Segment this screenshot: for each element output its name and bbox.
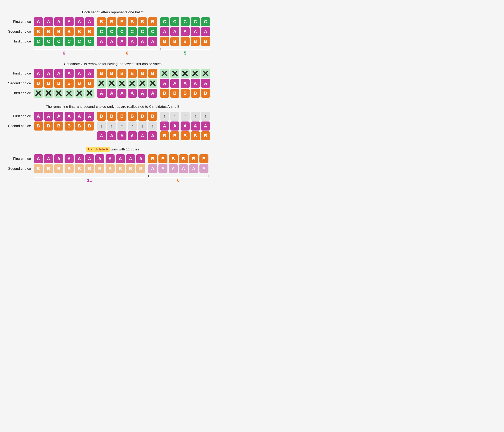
ballot-cell: A xyxy=(189,164,198,173)
ballot-cell: B xyxy=(191,37,200,46)
ballot-cell: B xyxy=(138,17,147,26)
ballot-cell: ↑ xyxy=(107,122,116,131)
ballot-group: AAAAAA xyxy=(148,164,208,173)
ballot-cell: A xyxy=(117,131,126,140)
ballot-cell: B xyxy=(170,89,179,98)
ballot-cell: A xyxy=(75,69,84,78)
ballot-cell: ↑ xyxy=(128,122,137,131)
ballot-cell: B xyxy=(95,164,104,173)
ballot-cell: A xyxy=(126,154,135,163)
ballot-cell: C xyxy=(34,37,43,46)
bracket-count: 11 xyxy=(87,178,92,183)
ballot-group: AAAAAA xyxy=(97,89,157,98)
ballot-cell: C xyxy=(107,27,116,36)
ballot-cell: B xyxy=(75,122,84,131)
ballot-cell: B xyxy=(54,164,63,173)
ballot-cell: C xyxy=(170,17,179,26)
ballot-cell xyxy=(85,89,94,98)
ballot-cell: A xyxy=(170,122,179,131)
ballot-cell: ↑ xyxy=(160,112,169,121)
ballot-cell: B xyxy=(169,154,178,163)
ballot-cell: A xyxy=(54,17,63,26)
ballot-cell: A xyxy=(34,17,43,26)
ballot-cell: B xyxy=(107,69,116,78)
ballot-cell: ↑ xyxy=(138,122,147,131)
ballot-cell: B xyxy=(85,122,94,131)
ballot-cell: A xyxy=(201,79,210,88)
ballot-cell: B xyxy=(44,164,53,173)
ballot-cell: B xyxy=(75,79,84,88)
ballot-cell: ↑ xyxy=(97,122,106,131)
ballot-cell: B xyxy=(44,79,53,88)
ballot-cell: C xyxy=(85,37,94,46)
ballot-cell: A xyxy=(44,112,53,121)
ballot-cell: C xyxy=(97,27,106,36)
ballot-cell: B xyxy=(44,27,53,36)
section-note: Candidate A wins with 11 votes xyxy=(6,147,219,151)
ballot-cell: B xyxy=(136,164,145,173)
ballot-row: Second choiceBBBBBB↑↑↑↑↑↑AAAAA xyxy=(6,122,219,131)
ballot-cell: B xyxy=(148,112,157,121)
ballot-group: BBBBBB xyxy=(148,154,208,163)
ballot-group: BBBBB xyxy=(160,37,210,46)
ballot-row: First choiceAAAAAABBBBBBCCCCC xyxy=(6,17,219,26)
ballot-cell: B xyxy=(117,112,126,121)
ballot-cell: C xyxy=(191,17,200,26)
bracket-count: 6 xyxy=(126,50,128,56)
ballot-cell: B xyxy=(128,69,137,78)
ballot-cell xyxy=(44,89,53,98)
ballot-cell: B xyxy=(160,131,169,140)
bracket: 6 xyxy=(34,47,94,56)
ballot-cell: B xyxy=(158,154,167,163)
ballot-cell: B xyxy=(160,89,169,98)
ballot-cell xyxy=(148,79,157,88)
ballot-cell: B xyxy=(128,17,137,26)
ballot-cell: B xyxy=(97,17,106,26)
ballot-cell: A xyxy=(136,154,145,163)
ballot-cell: B xyxy=(148,69,157,78)
ballot-row: Second choiceBBBBBBBBBBBAAAAAA xyxy=(6,164,219,173)
ballot-cell: C xyxy=(117,27,126,36)
ballot-group: BBBBBB xyxy=(97,17,157,26)
ballot-cell xyxy=(128,79,137,88)
ballot-group: CCCCCC xyxy=(34,37,94,46)
section-note: Each set of letters represents one ballo… xyxy=(6,10,219,14)
ballot-row: Third choiceAAAAAABBBBB xyxy=(6,89,219,98)
ballot-cell xyxy=(138,79,147,88)
ballot-cell: A xyxy=(97,89,106,98)
ballot-cell: B xyxy=(64,27,74,36)
bracket-line xyxy=(34,175,145,177)
ballot-cell: B xyxy=(117,17,126,26)
ballot-row: Second choiceBBBBBBCCCCCCAAAAA xyxy=(6,27,219,36)
ballot-cell: A xyxy=(128,37,137,46)
ballot-row: First choiceAAAAAABBBBBB xyxy=(6,69,219,78)
ballot-group: ↑↑↑↑↑ xyxy=(160,112,210,121)
ballot-cell: A xyxy=(85,69,94,78)
ballot-cell: B xyxy=(199,154,208,163)
ballot-group: CCCCC xyxy=(160,17,210,26)
ballot-cell: A xyxy=(75,112,84,121)
row-label: Second choice xyxy=(6,167,34,171)
ballot-cell: A xyxy=(64,17,74,26)
ballot-cell: B xyxy=(54,79,63,88)
ballot-group: BBBBBB xyxy=(34,27,94,36)
bracket: 5 xyxy=(160,47,210,56)
ballot-cell: B xyxy=(138,69,147,78)
ballot-cell: A xyxy=(95,154,104,163)
ballot-group xyxy=(160,69,210,78)
ballot-cell: B xyxy=(64,164,74,173)
section-note-highlight: Candidate A xyxy=(86,147,110,152)
ballot-cell: A xyxy=(44,17,53,26)
ballot-cell: A xyxy=(138,131,147,140)
ballot-cell: B xyxy=(34,122,43,131)
ballot-cell: A xyxy=(75,17,84,26)
bracket-line xyxy=(34,48,94,50)
ballot-cell: A xyxy=(44,154,53,163)
ballot-row: Second choiceBBBBBBAAAAA xyxy=(6,79,219,88)
ballot-cell: B xyxy=(64,122,74,131)
row-label: First choice xyxy=(6,71,34,75)
ballot-cell: B xyxy=(107,112,116,121)
ballot-cell: B xyxy=(97,112,106,121)
ballot-cell: A xyxy=(34,154,43,163)
ballot-cell: B xyxy=(106,164,115,173)
